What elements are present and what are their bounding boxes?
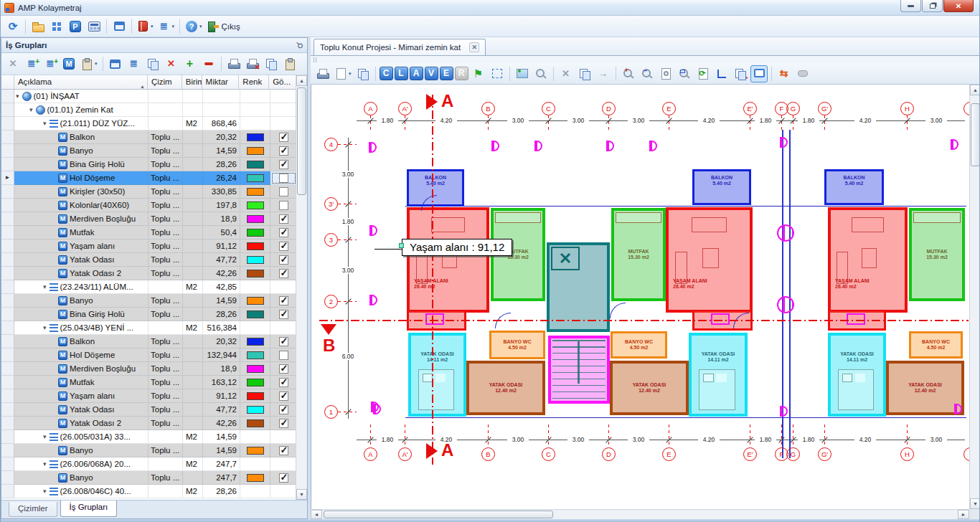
visibility-checkbox[interactable]: ✓ — [279, 255, 288, 265]
table-row[interactable]: MMerdiven BoşluğuToplu ...18,9✓ — [1, 212, 296, 226]
table-row[interactable]: MMutfakToplu ...50,4✓ — [1, 226, 296, 239]
table-row[interactable]: ▾(26.005/031A) 33...M214,59 — [1, 430, 296, 444]
color-swatch[interactable] — [247, 229, 264, 237]
scroll-up-icon[interactable]: ▲ — [970, 85, 980, 95]
table-row[interactable]: ▾(21.011) DÜZ YÜZ...M2868,46 — [1, 117, 296, 130]
table-row[interactable]: MYatak Odası 2Toplu ...42,26✓ — [1, 267, 296, 280]
visibility-checkbox[interactable]: ✓ — [279, 473, 288, 483]
expand-arrow-icon[interactable]: ▾ — [43, 430, 47, 443]
color-swatch[interactable] — [247, 174, 264, 182]
layer-button-e[interactable]: E — [440, 67, 453, 80]
table-row[interactable]: ▾(25.043/4B) YENİ ...M2516,384 — [1, 321, 296, 335]
staircase[interactable] — [548, 336, 610, 404]
pursantaj-button[interactable]: P — [67, 18, 84, 35]
scroll-up-icon[interactable]: ▲ — [296, 75, 307, 86]
layer-button-a[interactable]: A — [410, 67, 423, 80]
column-header-aciklama[interactable]: Açıklama▲ — [14, 75, 148, 89]
table-row[interactable]: MYatak OdasıToplu ...47,72✓ — [1, 253, 296, 267]
color-swatch[interactable] — [247, 270, 264, 277]
axis-button[interactable] — [713, 65, 730, 82]
expand-arrow-icon[interactable]: ▾ — [43, 457, 47, 470]
table-row[interactable]: ▾(26.008/046C) 40...M228,26 — [1, 485, 296, 498]
color-swatch[interactable] — [247, 447, 264, 455]
zoom-window-button[interactable] — [676, 65, 693, 82]
visibility-checkbox[interactable]: ✓ — [279, 214, 288, 224]
tab-cizimler[interactable]: Çizimler — [9, 502, 57, 517]
color-swatch[interactable] — [247, 297, 264, 305]
refresh-button[interactable]: ⟳ — [4, 18, 22, 35]
visibility-checkbox[interactable]: ✓ — [279, 392, 288, 401]
table-row[interactable]: MMutfakToplu ...163,12✓ — [1, 376, 296, 389]
visibility-checkbox[interactable]: ✓ — [279, 378, 288, 387]
entrance-hall[interactable]: ✕ — [547, 242, 610, 332]
room-yatak-b2[interactable]: YATAK ODASI12.40 m2 — [610, 361, 689, 415]
color-swatch[interactable] — [247, 310, 264, 318]
frame-toggle-button[interactable] — [750, 65, 768, 82]
copy-drawing-button[interactable] — [354, 65, 372, 82]
color-swatch[interactable] — [247, 188, 264, 196]
table-row[interactable]: MYaşam alanıToplu ...91,12✓ — [1, 389, 296, 403]
calculator-button[interactable] — [85, 18, 103, 35]
zoom-out-button[interactable]: − — [639, 65, 656, 82]
minimize-button[interactable] — [900, 0, 921, 12]
color-swatch[interactable] — [247, 365, 264, 373]
visibility-checkbox[interactable] — [279, 201, 288, 210]
print-button[interactable] — [225, 55, 242, 72]
drawing-canvas[interactable]: BALKON5.40 m2BALKON5.40 m2BALKON5.40 m2Y… — [311, 85, 969, 509]
visibility-checkbox[interactable]: ✓ — [279, 405, 288, 414]
paste-button[interactable] — [281, 55, 298, 72]
table-vertical-scrollbar[interactable]: ▲ ▼ — [296, 75, 307, 500]
remove-red-button[interactable] — [200, 55, 217, 72]
delete-red-button[interactable]: ✕ — [163, 55, 180, 72]
visibility-checkbox[interactable]: ✓ — [279, 419, 288, 428]
color-swatch[interactable] — [247, 256, 264, 264]
room-yasam-1[interactable]: YAŞAM ALANI26.40 m2 — [407, 207, 489, 313]
go-next-button[interactable]: → — [595, 65, 612, 82]
list-layers-button[interactable]: ≣▾ — [156, 18, 176, 35]
regen-button[interactable]: ⟳ — [694, 65, 712, 82]
scroll-right-icon[interactable]: ► — [958, 510, 969, 519]
selection-rect-button[interactable] — [489, 65, 506, 82]
expand-arrow-icon[interactable]: ▾ — [16, 90, 19, 103]
visibility-checkbox[interactable]: ✓ — [279, 133, 288, 142]
tab-drawing-document[interactable]: Toplu Konut Projesi - Mimari zemin kat ✕ — [314, 39, 486, 55]
column-header-renk[interactable]: Renk — [239, 75, 269, 89]
visibility-checkbox[interactable]: ✓ — [279, 364, 288, 374]
visibility-checkbox[interactable]: ✓ — [279, 160, 288, 169]
copy-button[interactable] — [263, 55, 280, 72]
visibility-checkbox[interactable] — [279, 351, 288, 360]
expand-arrow-icon[interactable]: ▾ — [43, 280, 47, 293]
room-mutfak-3[interactable]: MUTFAK15.30 m2 — [909, 208, 965, 301]
delete-disabled-button[interactable]: ✕ — [4, 55, 22, 72]
expand-arrow-icon[interactable]: ▾ — [29, 103, 33, 116]
paste-layout-button[interactable]: ▸ — [732, 65, 749, 82]
table-row[interactable]: MKirişler (30x50)Toplu ...330,85 — [1, 185, 296, 199]
scrollbar-thumb[interactable] — [971, 103, 980, 166]
table-row[interactable]: MBalkonToplu ...20,32✓ — [1, 335, 296, 348]
search-button[interactable] — [532, 65, 550, 82]
list-view-button[interactable]: ≣ — [126, 55, 143, 72]
visibility-checkbox[interactable]: ✓ — [279, 337, 288, 346]
visibility-checkbox[interactable]: ✓ — [279, 446, 288, 455]
living-extension[interactable] — [407, 311, 466, 331]
color-swatch[interactable] — [247, 161, 264, 169]
room-banyo-1[interactable]: BANYO WC4.50 m2 — [489, 331, 545, 359]
add-group-button[interactable]: ≣+ — [23, 55, 40, 72]
layer-button-r[interactable]: R — [455, 67, 468, 80]
table-row[interactable]: MMerdiven BoşluğuToplu ...18,9✓ — [1, 362, 296, 376]
column-header-cizim[interactable]: Çizim — [148, 75, 182, 89]
visibility-checkbox[interactable]: ✓ — [279, 310, 288, 319]
canvas-horizontal-scrollbar[interactable]: ◄ ► — [311, 509, 969, 519]
delete-entity-button[interactable]: ✕ — [557, 65, 575, 82]
close-button[interactable]: ✕ — [943, 0, 974, 12]
room-yatak-b1[interactable]: YATAK ODASI12.40 m2 — [466, 361, 545, 415]
visibility-checkbox[interactable] — [279, 187, 288, 196]
help-button[interactable]: ?▾ — [184, 18, 204, 35]
visibility-checkbox[interactable]: ✓ — [279, 296, 288, 305]
table-row[interactable]: ▾(01.01) Zemin Kat — [1, 103, 296, 117]
room-yatak-c2[interactable]: YATAK ODASI14.11 m2 — [689, 333, 748, 417]
print-cancel-button[interactable]: ✕ — [244, 55, 261, 72]
table-row[interactable]: ▾(26.006/068A) 20...M2247,7 — [1, 457, 296, 471]
add-subgroup-button[interactable]: ≣+ — [42, 55, 59, 72]
scroll-left-icon[interactable]: ◄ — [311, 510, 322, 519]
